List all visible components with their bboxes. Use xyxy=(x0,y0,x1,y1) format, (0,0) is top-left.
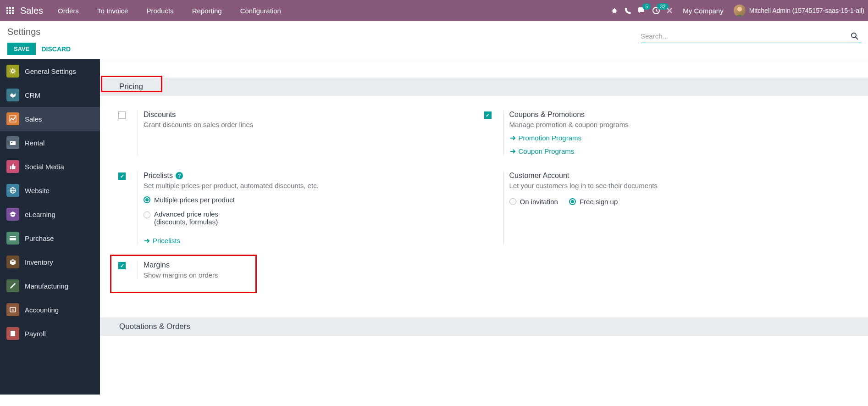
sidebar-item-manufacturing[interactable]: Manufacturing xyxy=(0,274,100,298)
nav-menu-reporting[interactable]: Reporting xyxy=(188,5,226,17)
nav-menu: Orders To Invoice Products Reporting Con… xyxy=(54,5,285,17)
sidebar-item-rental[interactable]: Rental xyxy=(0,131,100,155)
sidebar-item-payroll[interactable]: Payroll xyxy=(0,322,100,345)
setting-title-pricelists: Pricelists ? xyxy=(144,172,484,180)
sidebar-item-sales[interactable]: Sales xyxy=(0,107,100,131)
sidebar-item-website[interactable]: Website xyxy=(0,178,100,202)
sidebar-label: Website xyxy=(25,187,50,195)
section-header-quotations: Quotations & Orders xyxy=(100,317,868,336)
settings-content: Pricing Discounts Grant discounts on sal… xyxy=(100,59,868,395)
search-button[interactable] xyxy=(849,30,861,42)
sidebar-item-general-settings[interactable]: General Settings xyxy=(0,59,100,83)
setting-discounts: Discounts Grant discounts on sales order… xyxy=(118,105,484,166)
sidebar-label: Social Media xyxy=(25,163,64,171)
user-name: Mitchell Admin (15745157-saas-15-1-all) xyxy=(749,7,864,14)
sidebar-label: CRM xyxy=(25,91,40,99)
nav-menu-orders[interactable]: Orders xyxy=(54,5,83,17)
setting-desc-coupons: Manage promotion & coupon programs xyxy=(509,121,850,128)
sidebar-label: Manufacturing xyxy=(25,282,68,290)
svg-rect-8 xyxy=(12,12,14,14)
sidebar-item-elearning[interactable]: eLearning xyxy=(0,202,100,226)
payroll-icon xyxy=(6,327,19,340)
svg-rect-1 xyxy=(9,7,11,9)
sidebar-label: Sales xyxy=(25,115,42,123)
search-input[interactable] xyxy=(641,29,849,43)
radio-label-advanced-rules[interactable]: Advanced price rules (discounts, formula… xyxy=(154,210,218,226)
nav-menu-to-invoice[interactable]: To Invoice xyxy=(94,5,132,17)
apps-menu-icon[interactable] xyxy=(4,4,17,17)
phone-icon[interactable] xyxy=(625,7,631,14)
setting-desc-discounts: Grant discounts on sales order lines xyxy=(144,121,484,128)
sidebar-label: Purchase xyxy=(25,234,54,242)
svg-rect-7 xyxy=(9,12,11,14)
setting-margins: Margins Show margins on orders xyxy=(118,256,484,290)
company-selector[interactable]: My Company xyxy=(683,7,723,15)
setting-desc-margins: Show margins on orders xyxy=(144,271,484,279)
link-promotion-programs[interactable]: Promotion Programs xyxy=(509,134,850,142)
control-panel: Settings SAVE DISCARD xyxy=(0,21,868,59)
sidebar-item-social-media[interactable]: Social Media xyxy=(0,155,100,178)
radio-label-on-invitation[interactable]: On invitation xyxy=(520,198,558,206)
user-menu[interactable]: Mitchell Admin (15745157-saas-15-1-all) xyxy=(734,5,864,17)
sidebar-item-purchase[interactable]: Purchase xyxy=(0,226,100,250)
checkbox-margins[interactable] xyxy=(118,262,126,269)
sidebar-label: Inventory xyxy=(25,258,53,266)
svg-point-11 xyxy=(737,7,742,11)
setting-title-customer-account: Customer Account xyxy=(509,172,850,180)
sidebar-label: Rental xyxy=(25,139,44,147)
radio-label-free-signup[interactable]: Free sign up xyxy=(580,198,618,206)
avatar xyxy=(734,5,746,17)
help-icon[interactable]: ? xyxy=(176,172,183,179)
checkbox-discounts[interactable] xyxy=(118,111,126,119)
svg-rect-16 xyxy=(11,142,12,143)
svg-point-12 xyxy=(851,33,856,38)
radio-on-invitation[interactable] xyxy=(509,198,516,205)
link-pricelists[interactable]: Pricelists xyxy=(144,237,484,245)
svg-rect-3 xyxy=(6,10,8,11)
setting-title-coupons: Coupons & Promotions xyxy=(509,111,850,119)
save-button[interactable]: SAVE xyxy=(7,43,36,55)
close-tray-icon[interactable] xyxy=(666,7,673,14)
globe-icon xyxy=(6,184,19,197)
sidebar-label: Payroll xyxy=(25,330,46,338)
sidebar-item-accounting[interactable]: $ Accounting xyxy=(0,298,100,322)
radio-label-multiple-prices[interactable]: Multiple prices per product xyxy=(154,196,235,204)
discard-button[interactable]: DISCARD xyxy=(41,45,71,53)
radio-free-signup[interactable] xyxy=(569,198,576,205)
handshake-icon xyxy=(6,89,19,101)
thumbs-up-icon xyxy=(6,160,19,173)
svg-point-13 xyxy=(11,70,14,72)
svg-rect-4 xyxy=(9,10,11,11)
svg-rect-2 xyxy=(12,7,14,9)
radio-advanced-rules[interactable] xyxy=(144,211,150,218)
sidebar-item-crm[interactable]: CRM xyxy=(0,83,100,107)
setting-coupons: Coupons & Promotions Manage promotion & … xyxy=(484,105,850,166)
sidebar-item-inventory[interactable]: Inventory xyxy=(0,250,100,274)
messages-badge: 5 xyxy=(642,3,651,10)
credit-card-icon xyxy=(6,232,19,245)
activities-icon[interactable]: 32 xyxy=(652,7,660,14)
bug-icon[interactable] xyxy=(611,7,618,14)
svg-rect-20 xyxy=(10,237,16,238)
box-icon xyxy=(6,256,19,268)
sidebar-label: Accounting xyxy=(25,306,59,314)
messages-icon[interactable]: 5 xyxy=(638,7,646,14)
top-navbar: Sales Orders To Invoice Products Reporti… xyxy=(0,0,868,21)
app-brand[interactable]: Sales xyxy=(20,6,43,16)
radio-multiple-prices[interactable] xyxy=(144,196,150,203)
key-icon xyxy=(6,136,19,149)
sidebar-label: General Settings xyxy=(25,67,76,75)
checkbox-coupons[interactable] xyxy=(484,111,492,119)
graduation-icon xyxy=(6,208,19,221)
svg-rect-0 xyxy=(6,7,8,9)
link-coupon-programs[interactable]: Coupon Programs xyxy=(509,147,850,155)
search-wrap xyxy=(641,29,861,43)
checkbox-pricelists[interactable] xyxy=(118,172,126,180)
settings-sidebar: General Settings CRM Sales Rental Social… xyxy=(0,59,100,395)
page-title: Settings xyxy=(7,27,71,37)
svg-rect-6 xyxy=(6,12,8,14)
nav-menu-products[interactable]: Products xyxy=(143,5,177,17)
money-icon: $ xyxy=(6,303,19,316)
nav-menu-configuration[interactable]: Configuration xyxy=(237,5,285,17)
sidebar-label: eLearning xyxy=(25,211,55,218)
